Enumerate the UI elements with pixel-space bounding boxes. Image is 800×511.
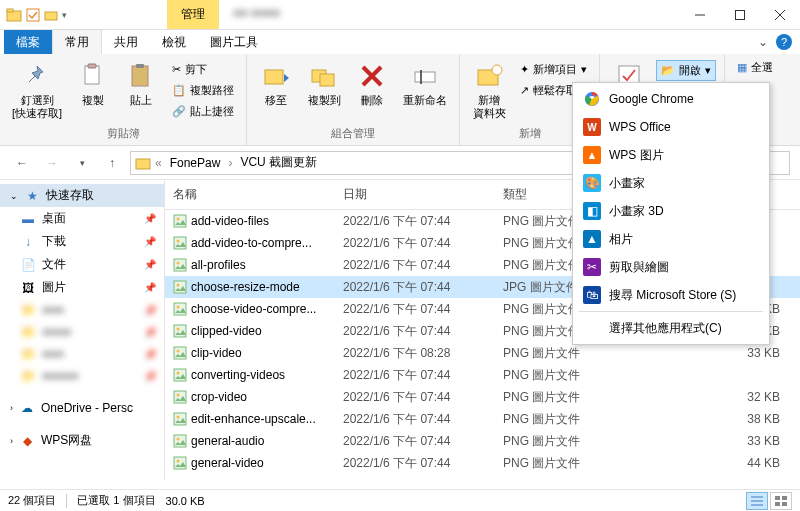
sidebar-item-wps[interactable]: ›◆WPS网盘	[0, 429, 164, 452]
table-row[interactable]: general-video2022/1/6 下午 07:44PNG 圖片文件44…	[165, 452, 800, 474]
svg-rect-50	[775, 496, 780, 500]
svg-rect-45	[174, 457, 186, 469]
select-all-button[interactable]: ▦全選	[733, 58, 777, 77]
tab-home[interactable]: 常用	[52, 29, 102, 55]
sidebar-item-downloads[interactable]: ↓下載📌	[0, 230, 164, 253]
svg-rect-37	[174, 369, 186, 381]
wps-icon: ◆	[19, 433, 35, 449]
close-button[interactable]	[760, 0, 800, 30]
table-row[interactable]: converting-videos2022/1/6 下午 07:44PNG 圖片…	[165, 364, 800, 386]
copy-to-button[interactable]: 複製到	[303, 58, 345, 109]
open-button[interactable]: 📂開啟 ▾	[656, 60, 716, 81]
svg-point-32	[177, 306, 180, 309]
tab-file[interactable]: 檔案	[4, 30, 52, 55]
paste-shortcut-button[interactable]: 🔗貼上捷徑	[168, 102, 238, 121]
table-row[interactable]: edit-enhance-upscale...2022/1/6 下午 07:44…	[165, 408, 800, 430]
svg-rect-53	[782, 502, 787, 506]
breadcrumb[interactable]: FonePaw	[166, 156, 225, 170]
group-organize-label: 組合管理	[255, 124, 451, 141]
cut-button[interactable]: ✂剪下	[168, 60, 238, 79]
qat-folder-icon[interactable]	[44, 8, 58, 22]
minimize-button[interactable]	[680, 0, 720, 30]
delete-button[interactable]: 刪除	[351, 58, 393, 109]
copy-path-button[interactable]: 📋複製路徑	[168, 81, 238, 100]
new-folder-button[interactable]: 新增 資料夾	[468, 58, 510, 122]
view-details-button[interactable]	[746, 492, 768, 510]
new-item-button[interactable]: ✦新增項目 ▾	[516, 60, 591, 79]
table-row[interactable]: crop-video2022/1/6 下午 07:44PNG 圖片文件32 KB	[165, 386, 800, 408]
open-with-wps-pic[interactable]: ▲WPS 图片	[575, 141, 767, 169]
svg-point-36	[177, 350, 180, 353]
sidebar-item-pinned[interactable]: 📁■■■📌	[0, 343, 164, 365]
help-icon[interactable]: ?	[776, 34, 792, 50]
selectall-icon: ▦	[737, 61, 747, 74]
open-with-other[interactable]: 選擇其他應用程式(C)	[575, 314, 767, 342]
sidebar-item-onedrive[interactable]: ›☁OneDrive - Persc	[0, 397, 164, 419]
folder-icon	[135, 155, 151, 171]
svg-point-38	[177, 372, 180, 375]
column-date[interactable]: 日期	[335, 180, 495, 209]
address-bar[interactable]: « FonePaw › VCU 截圖更新 ⌄ ⟳	[130, 151, 604, 175]
sidebar-item-documents[interactable]: 📄文件📌	[0, 253, 164, 276]
table-row[interactable]: general-audio2022/1/6 下午 07:44PNG 圖片文件33…	[165, 430, 800, 452]
nav-forward-button[interactable]: →	[40, 151, 64, 175]
nav-up-button[interactable]: ↑	[100, 151, 124, 175]
open-with-snip[interactable]: ✂剪取與繪圖	[575, 253, 767, 281]
status-item-count: 22 個項目	[8, 493, 56, 508]
open-with-paint3d[interactable]: ◧小畫家 3D	[575, 197, 767, 225]
view-thumbnails-button[interactable]	[770, 492, 792, 510]
copy-button[interactable]: 複製	[72, 58, 114, 109]
maximize-button[interactable]	[720, 0, 760, 30]
nav-recent-button[interactable]: ▾	[70, 151, 94, 175]
copyto-icon	[308, 60, 340, 92]
photos-icon: ▲	[583, 230, 601, 248]
svg-point-46	[177, 460, 180, 463]
svg-rect-25	[174, 237, 186, 249]
rename-button[interactable]: 重新命名	[399, 58, 451, 109]
paste-button[interactable]: 貼上	[120, 58, 162, 109]
title-bar: ▾ 管理 ■■ ■■■■	[0, 0, 800, 30]
star-icon: ★	[24, 188, 40, 204]
open-with-store[interactable]: 🛍搜尋 Microsoft Store (S)	[575, 281, 767, 309]
chevron-right-icon: ›	[10, 403, 13, 413]
window-title: ■■ ■■■■	[219, 0, 294, 29]
chevron-down-icon[interactable]: ⌄	[758, 35, 768, 49]
sidebar-item-pinned[interactable]: 📁■■■📌	[0, 299, 164, 321]
svg-point-24	[177, 218, 180, 221]
menu-bar: 檔案 常用 共用 檢視 圖片工具 ⌄ ?	[0, 30, 800, 54]
paste-icon	[125, 60, 157, 92]
column-name[interactable]: 名稱	[165, 180, 335, 209]
svg-point-26	[177, 240, 180, 243]
svg-rect-23	[174, 215, 186, 227]
svg-rect-14	[320, 74, 334, 86]
open-with-chrome[interactable]: Google Chrome	[575, 85, 767, 113]
svg-rect-43	[174, 435, 186, 447]
svg-point-34	[177, 328, 180, 331]
open-with-photos[interactable]: ▲相片	[575, 225, 767, 253]
sidebar-item-desktop[interactable]: ▬桌面📌	[0, 207, 164, 230]
breadcrumb[interactable]: VCU 截圖更新	[236, 154, 321, 171]
svg-rect-52	[775, 502, 780, 506]
qat-checkbox-icon[interactable]	[26, 8, 40, 22]
sidebar-item-quick-access[interactable]: ⌄ ★ 快速存取	[0, 184, 164, 207]
svg-rect-35	[174, 347, 186, 359]
tab-share[interactable]: 共用	[102, 30, 150, 55]
svg-point-40	[177, 394, 180, 397]
pin-to-quick-access-button[interactable]: 釘選到 [快速存取]	[8, 58, 66, 122]
chevron-down-icon: ⌄	[10, 191, 18, 201]
sidebar-item-pinned[interactable]: 📁■■■■■📌	[0, 365, 164, 387]
svg-rect-12	[265, 70, 283, 84]
svg-rect-39	[174, 391, 186, 403]
open-with-paint[interactable]: 🎨小畫家	[575, 169, 767, 197]
tab-picture-tools[interactable]: 圖片工具	[198, 30, 270, 55]
open-with-wps-office[interactable]: WWPS Office	[575, 113, 767, 141]
sidebar-item-pictures[interactable]: 🖼圖片📌	[0, 276, 164, 299]
svg-rect-10	[132, 66, 148, 86]
table-row[interactable]: clip-video2022/1/6 下午 08:28PNG 圖片文件33 KB	[165, 342, 800, 364]
move-to-button[interactable]: 移至	[255, 58, 297, 109]
nav-back-button[interactable]: ←	[10, 151, 34, 175]
qat-dropdown-icon[interactable]: ▾	[62, 10, 67, 20]
sidebar-item-pinned[interactable]: 📁■■■■📌	[0, 321, 164, 343]
title-tab-manage[interactable]: 管理	[167, 0, 219, 29]
tab-view[interactable]: 檢視	[150, 30, 198, 55]
